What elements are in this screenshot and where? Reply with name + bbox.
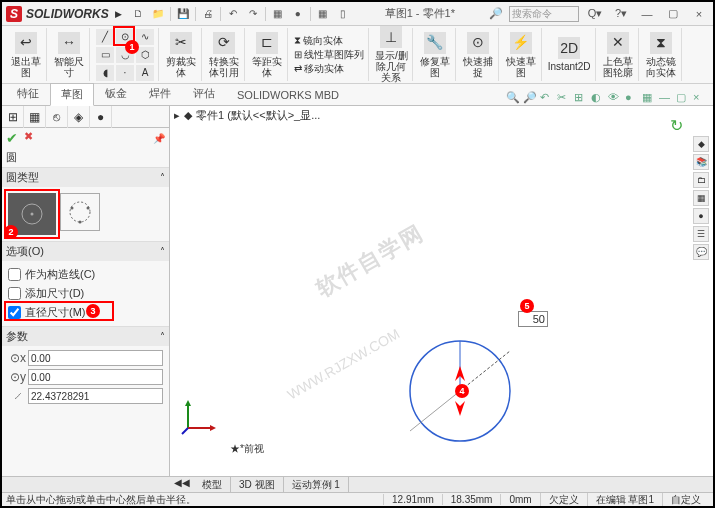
resources-button[interactable]: ◆ xyxy=(693,136,709,152)
save-button[interactable]: 💾 xyxy=(175,6,191,22)
orientation-triad[interactable] xyxy=(180,396,220,436)
pm-title: 圆 xyxy=(2,148,169,167)
appearances-button[interactable]: ● xyxy=(693,208,709,224)
smart-dimension-button[interactable]: ↔ 智能尺 寸 xyxy=(53,32,85,78)
status-mode: 在编辑 草图1 xyxy=(587,493,662,507)
forum-button[interactable]: 💬 xyxy=(693,244,709,260)
explorer-button[interactable]: 🗀 xyxy=(693,172,709,188)
tab-nav-left[interactable]: ◀◀ xyxy=(170,477,194,492)
zoom-area-icon[interactable]: 🔎 xyxy=(523,91,537,105)
radius-input[interactable]: 22.43728291 xyxy=(28,388,163,404)
move-button[interactable]: ⇄移动实体 xyxy=(294,62,344,76)
pin-icon[interactable]: 📌 xyxy=(153,133,165,144)
circle-type-header[interactable]: 圆类型˄ xyxy=(2,168,169,187)
restore-button[interactable]: ▢ xyxy=(663,6,683,22)
shaded-contour-button[interactable]: ✕ 上色草 图轮廓 xyxy=(602,32,634,78)
pm-tab-config[interactable]: ⎋ xyxy=(46,106,68,128)
pattern-button[interactable]: ⊞线性草图阵列 xyxy=(294,48,364,62)
redo-button[interactable]: ↷ xyxy=(245,6,261,22)
sheet-button[interactable]: ▯ xyxy=(335,6,351,22)
quick-snap-button[interactable]: ⊙ 快速捕 捉 xyxy=(462,32,494,78)
prev-view-icon[interactable]: ↶ xyxy=(540,91,554,105)
custom-props-button[interactable]: ☰ xyxy=(693,226,709,242)
dimension-input[interactable]: 50 xyxy=(518,311,548,327)
orient-icon[interactable]: ⊞ xyxy=(574,91,588,105)
minimize-button[interactable]: — xyxy=(637,6,657,22)
text-tool[interactable]: A xyxy=(136,65,154,81)
rebuild-flag-icon[interactable]: ↻ xyxy=(670,116,683,135)
snap-icon: ⊙ xyxy=(467,32,489,54)
tab-sheetmetal[interactable]: 钣金 xyxy=(94,82,138,105)
options-header[interactable]: 选项(O)˄ xyxy=(2,242,169,261)
select-button[interactable]: ▦ xyxy=(270,6,286,22)
offset-button[interactable]: ⊏ 等距实 体 xyxy=(251,32,283,78)
appearance-icon[interactable]: ● xyxy=(625,91,639,105)
rect-tool[interactable]: ▭ xyxy=(96,47,114,63)
tab-evaluate[interactable]: 评估 xyxy=(182,82,226,105)
help2-button[interactable]: ?▾ xyxy=(611,6,631,22)
pm-tab-dim[interactable]: ◈ xyxy=(68,106,90,128)
search-input[interactable]: 搜索命令 xyxy=(509,6,579,22)
zoom-fit-icon[interactable]: 🔍 xyxy=(506,91,520,105)
instant2d-button[interactable]: 2D Instant2D xyxy=(548,37,591,72)
tab-weldments[interactable]: 焊件 xyxy=(138,82,182,105)
scene-icon[interactable]: ▦ xyxy=(642,91,656,105)
ok-button[interactable]: ✔ xyxy=(6,130,22,146)
relations-icon: ⊥ xyxy=(380,26,402,48)
mirror-button[interactable]: ⧗镜向实体 xyxy=(294,34,343,48)
tab-sketch[interactable]: 草图 xyxy=(50,83,94,106)
rebuild-button[interactable]: ● xyxy=(290,6,306,22)
tab-model[interactable]: 模型 xyxy=(194,477,231,492)
display-relations-button[interactable]: ⊥ 显示/删 除几何 关系 xyxy=(375,26,408,83)
repair-button[interactable]: 🔧 修复草 图 xyxy=(419,32,451,78)
tab-3dview[interactable]: 3D 视图 xyxy=(231,477,284,492)
tab-mbd[interactable]: SOLIDWORKS MBD xyxy=(226,85,350,105)
quick-access-toolbar: 🗋 📁 💾 🖨 ↶ ↷ ▦ ● ▦ ▯ xyxy=(130,6,351,22)
search-icon[interactable]: 🔎 xyxy=(489,7,503,20)
vp-max-icon[interactable]: ▢ xyxy=(676,91,690,105)
dynamic-mirror-button[interactable]: ⧗ 动态镜 向实体 xyxy=(645,32,677,78)
tab-motion[interactable]: 运动算例 1 xyxy=(284,477,349,492)
status-custom[interactable]: 自定义 xyxy=(662,493,709,507)
help-button[interactable]: Q▾ xyxy=(585,6,605,22)
pm-tab-feature[interactable]: ⊞ xyxy=(2,106,24,128)
cancel-button[interactable]: ✖ xyxy=(24,130,40,146)
display-icon[interactable]: ◐ xyxy=(591,91,605,105)
circle-perimeter[interactable] xyxy=(60,193,100,231)
pm-tab-pm[interactable]: ▦ xyxy=(24,106,46,128)
x-input[interactable]: 0.00 xyxy=(28,350,163,366)
dimension-icon: ↔ xyxy=(58,32,80,54)
exit-sketch-button[interactable]: ↩ 退出草 图 xyxy=(10,32,42,78)
pm-tab-render[interactable]: ● xyxy=(90,106,112,128)
tab-features[interactable]: 特征 xyxy=(6,82,50,105)
options-button[interactable]: ▦ xyxy=(315,6,331,22)
status-hint: 单击从中心拖动或单击中心然后单击半径。 xyxy=(6,493,383,507)
slot-tool[interactable]: ◖ xyxy=(96,65,114,81)
new-button[interactable]: 🗋 xyxy=(130,6,146,22)
rapid-icon: ⚡ xyxy=(510,32,532,54)
breadcrumb[interactable]: ▸ ◆ 零件1 (默认<<默认>_显... xyxy=(174,108,320,123)
undo-button[interactable]: ↶ xyxy=(225,6,241,22)
menu-chevron-icon[interactable]: ▶ xyxy=(115,9,122,19)
spline-tool[interactable]: ∿ xyxy=(136,29,154,45)
graphics-area[interactable]: ▸ ◆ 零件1 (默认<<默认>_显... 软件自学网 WWW.RJZXW.CO… xyxy=(170,106,713,476)
rapid-sketch-button[interactable]: ⚡ 快速草 图 xyxy=(505,32,537,78)
view-palette-button[interactable]: ▦ xyxy=(693,190,709,206)
hide-show-icon[interactable]: 👁 xyxy=(608,91,622,105)
open-button[interactable]: 📁 xyxy=(150,6,166,22)
line-tool[interactable]: ╱ xyxy=(96,29,114,45)
convert-button[interactable]: ⟳ 转换实 体引用 xyxy=(208,32,240,78)
close-button[interactable]: × xyxy=(689,6,709,22)
section-icon[interactable]: ✂ xyxy=(557,91,571,105)
y-input[interactable]: 0.00 xyxy=(28,369,163,385)
vp-min-icon[interactable]: — xyxy=(659,91,673,105)
repair-icon: 🔧 xyxy=(424,32,446,54)
vp-close-icon[interactable]: × xyxy=(693,91,707,105)
library-button[interactable]: 📚 xyxy=(693,154,709,170)
params-header[interactable]: 参数˄ xyxy=(2,327,169,346)
watermark: 软件自学网 xyxy=(311,218,430,304)
trim-button[interactable]: ✂ 剪裁实 体 xyxy=(165,32,197,78)
construction-checkbox[interactable]: 作为构造线(C) xyxy=(8,265,163,284)
print-button[interactable]: 🖨 xyxy=(200,6,216,22)
point-tool[interactable]: · xyxy=(116,65,134,81)
